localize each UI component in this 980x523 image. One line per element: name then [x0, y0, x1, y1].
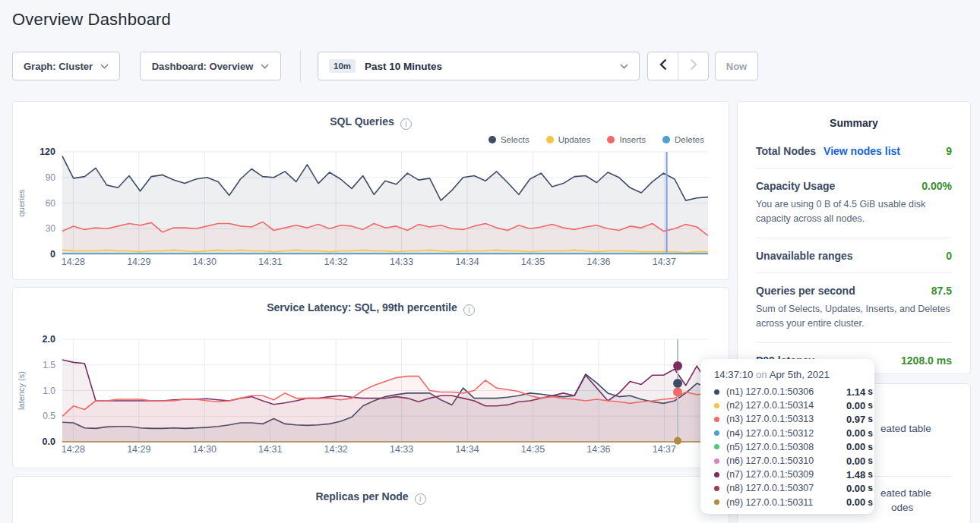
node-color-dot — [714, 486, 719, 491]
node-latency-unit: s — [868, 414, 873, 424]
svg-text:latency (s): latency (s) — [17, 371, 26, 410]
unavailable-ranges-value: 0 — [946, 250, 952, 262]
node-latency-unit: s — [868, 455, 873, 466]
tooltip-node-row: (n7) 127.0.0.1:503091.48s — [714, 468, 864, 481]
next-timewindow-button[interactable] — [678, 52, 708, 80]
now-button[interactable]: Now — [715, 52, 758, 80]
node-color-dot — [714, 430, 719, 436]
p99-latency-value: 1208.0 ms — [901, 354, 952, 367]
svg-text:14:29: 14:29 — [127, 444, 150, 453]
info-icon[interactable]: i — [415, 493, 426, 505]
node-color-dot — [714, 389, 719, 395]
tooltip-node-row: (n3) 127.0.0.1:503130.97s — [714, 412, 864, 426]
svg-text:14:28: 14:28 — [62, 257, 85, 266]
time-range-dropdown[interactable]: 10m Past 10 Minutes — [318, 52, 640, 80]
node-color-dot — [714, 444, 719, 449]
tooltip-node-row: (n1) 127.0.0.1:503061.14s — [714, 385, 864, 399]
summary-unavailable-ranges: Unavailable ranges 0 — [756, 238, 952, 273]
event-item-fragment: eated table — [880, 487, 931, 499]
capacity-usage-label: Capacity Usage — [756, 180, 835, 192]
page-title: Overview Dashboard — [12, 10, 171, 30]
total-nodes-label: Total Nodes — [756, 145, 816, 157]
node-color-dot — [714, 403, 719, 408]
node-address: (n4) 127.0.0.1:50312 — [726, 428, 846, 439]
tooltip-node-row: (n4) 127.0.0.1:503120.00s — [714, 427, 864, 440]
svg-text:14:30: 14:30 — [193, 257, 217, 266]
info-icon[interactable]: i — [400, 118, 412, 130]
node-latency-unit: s — [868, 386, 873, 397]
svg-text:14:29: 14:29 — [127, 257, 150, 266]
now-button-label: Now — [726, 61, 747, 72]
svg-text:14:33: 14:33 — [390, 257, 413, 266]
svg-text:14:35: 14:35 — [521, 257, 545, 266]
chevron-right-icon — [690, 58, 697, 74]
svg-text:14:32: 14:32 — [324, 444, 348, 453]
dashboard-label: Dashboard: Overview — [152, 61, 254, 72]
svg-text:14:37: 14:37 — [653, 257, 676, 266]
svg-text:14:32: 14:32 — [324, 257, 348, 266]
sql-queries-card: SQL Queriesi SelectsUpdatesInsertsDelete… — [12, 101, 729, 280]
tooltip-node-row: (n5) 127.0.0.1:503080.00s — [714, 440, 864, 454]
chevron-down-icon — [100, 64, 109, 69]
sql-queries-title: SQL Queriesi — [13, 115, 729, 130]
node-latency-value: 0.00 — [846, 427, 865, 439]
svg-text:queries: queries — [17, 189, 26, 217]
summary-title: Summary — [756, 117, 952, 129]
dashboard-dropdown[interactable]: Dashboard: Overview — [140, 52, 281, 80]
graph-scope-label: Graph: Cluster — [24, 61, 93, 72]
tooltip-on-word: on — [756, 369, 767, 380]
svg-text:14:28: 14:28 — [62, 444, 85, 453]
svg-text:14:36: 14:36 — [586, 444, 610, 453]
replicas-per-node-title: Replicas per Nodei — [13, 490, 729, 505]
tooltip-node-row: (n8) 127.0.0.1:503070.00s — [714, 481, 864, 495]
tooltip-node-row: (n6) 127.0.0.1:503100.00s — [714, 454, 864, 468]
node-color-dot — [714, 499, 719, 505]
sql-queries-title-text: SQL Queries — [330, 115, 394, 128]
svg-text:1.5: 1.5 — [43, 360, 55, 370]
event-item-fragment: odes — [891, 502, 913, 513]
service-latency-card: Service Latency: SQL, 99th percentilei 0… — [12, 287, 729, 468]
service-latency-chart[interactable]: 0.00.51.01.52.014:2814:2914:3014:3114:32… — [14, 323, 729, 453]
sql-queries-chart[interactable]: 030609012014:2814:2914:3014:3114:3214:33… — [14, 135, 729, 266]
svg-text:60: 60 — [46, 198, 56, 209]
tooltip-node-rows: (n1) 127.0.0.1:503061.14s(n2) 127.0.0.1:… — [714, 385, 864, 509]
tooltip-timestamp: 14:37:10 on Apr 5th, 2021 — [714, 369, 864, 380]
info-icon[interactable]: i — [463, 304, 475, 316]
tooltip-node-row: (n2) 127.0.0.1:503140.00s — [714, 399, 864, 412]
node-address: (n2) 127.0.0.1:50314 — [726, 400, 846, 411]
node-latency-value: 0.00 — [846, 441, 865, 452]
node-latency-value: 0.00 — [846, 496, 865, 508]
graph-scope-dropdown[interactable]: Graph: Cluster — [12, 52, 120, 80]
svg-text:14:31: 14:31 — [258, 257, 282, 266]
node-latency-unit: s — [868, 442, 873, 452]
capacity-usage-value: 0.00% — [922, 180, 952, 192]
svg-text:30: 30 — [46, 223, 56, 234]
node-latency-unit: s — [868, 469, 873, 480]
replicas-per-node-card: Replicas per Nodei — [12, 476, 729, 523]
svg-text:14:35: 14:35 — [521, 444, 545, 453]
svg-text:14:34: 14:34 — [455, 257, 479, 266]
capacity-usage-desc: You are using 0 B of 4.5 GiB usable disk… — [756, 197, 952, 227]
node-latency-unit: s — [868, 497, 873, 508]
prev-timewindow-button[interactable] — [648, 52, 678, 80]
node-latency-value: 0.00 — [846, 400, 865, 411]
node-address: (n1) 127.0.0.1:50306 — [726, 386, 846, 397]
node-latency-value: 0.00 — [846, 455, 865, 467]
node-color-dot — [714, 458, 719, 464]
node-latency-value: 1.14 — [846, 386, 865, 398]
tooltip-node-row: (n9) 127.0.0.1:503110.00s — [714, 496, 864, 509]
time-range-label: Past 10 Minutes — [365, 61, 442, 72]
svg-text:14:31: 14:31 — [258, 444, 282, 453]
summary-qps: Queries per second 87.5 Sum of Selects, … — [756, 273, 952, 343]
qps-value: 87.5 — [931, 285, 952, 297]
controls-divider — [300, 50, 301, 82]
view-nodes-list-link[interactable]: View nodes list — [824, 145, 900, 157]
time-window-arrows — [647, 52, 709, 80]
svg-text:14:34: 14:34 — [455, 444, 479, 453]
node-latency-value: 1.48 — [846, 469, 865, 480]
node-latency-unit: s — [868, 400, 873, 411]
chevron-left-icon — [659, 58, 667, 74]
replicas-per-node-title-text: Replicas per Node — [315, 490, 408, 503]
node-address: (n3) 127.0.0.1:50313 — [726, 414, 846, 424]
node-latency-unit: s — [868, 483, 873, 493]
